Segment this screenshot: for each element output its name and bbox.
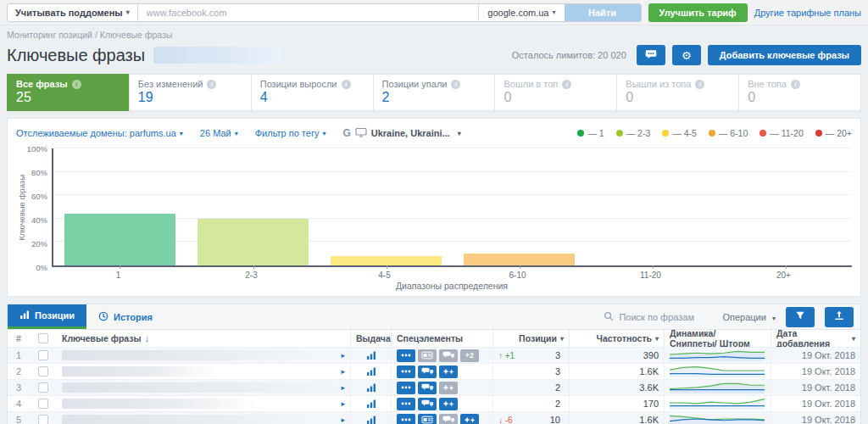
- legend-dot-icon: [709, 130, 715, 137]
- export-button[interactable]: [825, 307, 854, 327]
- gridline: [53, 194, 852, 195]
- position-change: ↑ +1: [498, 351, 515, 360]
- summary-tab-7[interactable]: Вне топа i 0: [738, 74, 861, 111]
- summary-tab-value: 4: [260, 90, 364, 105]
- y-axis-ticks: 0%20%40%60%80%100%: [26, 148, 52, 267]
- special-elements-cell: [391, 380, 492, 395]
- row-number: 4: [8, 396, 30, 411]
- funnel-icon: [794, 310, 806, 323]
- dynamics-cell: [664, 380, 771, 395]
- table-row[interactable]: 4 ▸ 2 170 19 Окт. 2018: [8, 396, 860, 412]
- tab-positions[interactable]: Позиции: [8, 304, 86, 329]
- summary-tab-label: Вошли в топ: [504, 79, 558, 89]
- serp-chart-icon[interactable]: [366, 350, 376, 360]
- info-icon: i: [72, 80, 81, 89]
- row-checkbox[interactable]: [38, 399, 48, 409]
- summary-tab-2[interactable]: Без изменений i 19: [129, 74, 252, 111]
- tab-history[interactable]: История: [86, 304, 164, 329]
- position-cell: 2: [492, 396, 569, 411]
- row-checkbox[interactable]: [38, 350, 48, 360]
- serp-chart-icon[interactable]: [366, 382, 376, 393]
- keyword-phrase-redacted: [62, 399, 261, 409]
- serp-chart-icon[interactable]: [366, 399, 376, 409]
- expand-arrow-icon[interactable]: ▸: [341, 367, 345, 376]
- expand-arrow-icon[interactable]: ▸: [341, 399, 345, 408]
- row-checkbox[interactable]: [38, 366, 48, 377]
- bar-chart: Ключевые фразы 0%20%40%60%80%100%: [16, 148, 852, 267]
- date-added-cell: 19 Окт. 2018: [771, 412, 860, 424]
- row-checkbox[interactable]: [38, 382, 48, 393]
- serp-chart-icon[interactable]: [366, 366, 376, 377]
- summary-tab-1[interactable]: Все фразы i 25: [7, 74, 130, 111]
- expand-arrow-icon[interactable]: ▸: [341, 416, 345, 424]
- export-icon: [833, 310, 845, 323]
- chevron-down-icon: ▾: [458, 130, 461, 137]
- gear-icon: ⚙: [682, 49, 692, 62]
- expand-arrow-icon[interactable]: ▸: [341, 383, 345, 392]
- sparkline-chart: [670, 412, 765, 424]
- region-dropdown[interactable]: G Ukraine, Ukraini... ▾: [342, 127, 460, 139]
- search-engine-dropdown[interactable]: google.com.ua ▾: [478, 4, 564, 21]
- date-added-cell: 19 Окт. 2018: [771, 364, 860, 379]
- snippet-badge-icon: [418, 414, 437, 424]
- operations-dropdown[interactable]: Операции ▾: [722, 312, 776, 322]
- date-dropdown[interactable]: 26 Май▾: [200, 128, 238, 138]
- chevron-down-icon: ▾: [552, 8, 555, 16]
- summary-tab-3[interactable]: Позиции выросли i 4: [251, 74, 374, 111]
- domain-search-input[interactable]: [138, 4, 479, 21]
- table-row[interactable]: 5 ▸ ↓ -6 10 1.6K 19 Окт. 2018: [8, 412, 860, 424]
- summary-tab-6[interactable]: Вышли из топа i 0: [616, 74, 739, 111]
- legend-item: — 2-3: [616, 128, 651, 138]
- col-positions[interactable]: Позиции▾: [492, 330, 569, 347]
- x-tick-label: 4-5: [318, 271, 451, 280]
- col-date-added[interactable]: Дата добавления▾: [771, 330, 860, 347]
- search-group: Учитывать поддомены ▾ google.com.ua ▾ На…: [7, 3, 642, 22]
- x-tick-label: 11-20: [584, 271, 717, 280]
- phrase-search-input[interactable]: [619, 312, 712, 322]
- feedback-button[interactable]: [637, 45, 665, 65]
- upgrade-plan-button[interactable]: Улучшить тариф: [648, 3, 748, 22]
- tracked-domains-dropdown[interactable]: Отслеживаемые домены: parfums.ua▾: [16, 128, 183, 138]
- summary-tab-5[interactable]: Вошли в топ i 0: [494, 74, 617, 111]
- bar-1: [64, 214, 176, 265]
- position-cell: 3: [492, 364, 569, 379]
- expand-arrow-icon[interactable]: ▸: [341, 351, 345, 360]
- filter-button[interactable]: [786, 307, 815, 327]
- keyword-phrase-cell: ▸: [57, 364, 350, 379]
- sparkline-chart: [670, 380, 765, 395]
- subdomain-dropdown[interactable]: Учитывать поддомены ▾: [8, 4, 138, 21]
- add-keywords-button[interactable]: Добавить ключевые фразы: [708, 45, 861, 65]
- volume-cell: 390: [569, 348, 664, 363]
- keyword-phrase-redacted: [62, 350, 316, 360]
- dots-badge-icon: [397, 398, 415, 410]
- col-keywords[interactable]: Ключевые фразы↓: [57, 330, 350, 347]
- tracked-domains-label: Отслеживаемые домены: parfums.ua: [16, 128, 176, 138]
- tag-filter-dropdown[interactable]: Фильтр по тегу▾: [255, 128, 326, 138]
- keyword-phrase-redacted: [62, 382, 341, 393]
- select-all-checkbox[interactable]: [30, 330, 57, 347]
- serp-chart-icon[interactable]: [366, 415, 376, 424]
- table-row[interactable]: 3 ▸ 2 3.6K 19 Окт. 2018: [8, 380, 860, 396]
- other-plans-link[interactable]: Другие тарифные планы: [754, 8, 861, 18]
- summary-tab-label: Позиции выросли: [260, 79, 337, 89]
- phrase-search[interactable]: [604, 310, 712, 325]
- y-tick-label: 100%: [27, 144, 47, 153]
- x-tick-label: 2-3: [185, 271, 318, 280]
- special-elements-cell: [391, 412, 492, 424]
- special-elements-cell: +2: [391, 348, 492, 363]
- legend-dot-icon: [577, 130, 584, 137]
- summary-tab-4[interactable]: Позиции упали i 2: [373, 74, 496, 111]
- dots-badge-icon: [397, 382, 415, 394]
- settings-button[interactable]: ⚙: [672, 45, 701, 65]
- position-value: 3: [555, 350, 564, 360]
- col-volume[interactable]: Частотность▾: [569, 330, 664, 347]
- find-button[interactable]: Найти: [565, 4, 641, 21]
- legend-item: — 6-10: [709, 128, 748, 138]
- tab-positions-label: Позиции: [35, 310, 75, 321]
- table-row[interactable]: 2 ▸ 3 1.6K 19 Окт. 2018: [8, 364, 860, 380]
- summary-tab-label: Позиции упали: [382, 79, 448, 89]
- table-row[interactable]: 1 ▸ +2 ↑ +1 3 390 19 Окт. 2018: [8, 348, 860, 364]
- volume-cell: 3.6K: [569, 380, 664, 395]
- row-checkbox[interactable]: [38, 415, 48, 424]
- summary-tabs: Все фразы i 25Без изменений i 19Позиции …: [7, 74, 861, 111]
